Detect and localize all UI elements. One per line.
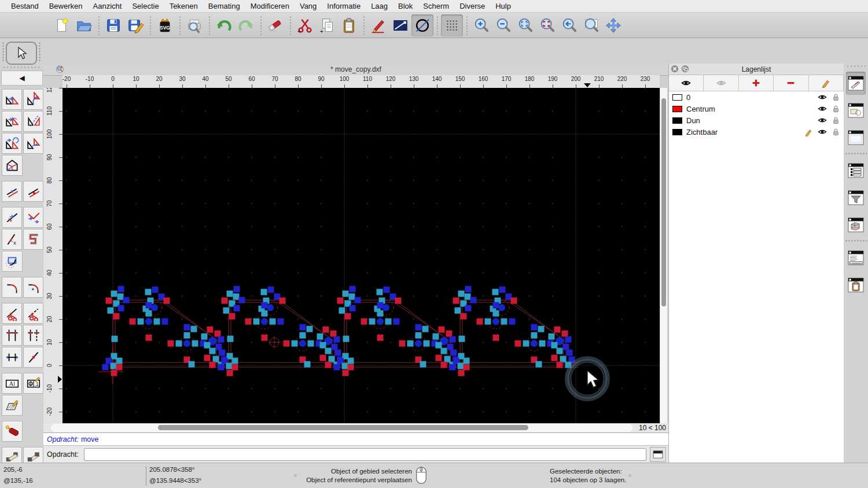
layer-row-dun[interactable]: Dun [669,114,844,126]
horizontal-scrollbar[interactable] [51,424,632,432]
svg-export-button[interactable]: SVG [154,14,176,36]
hide-all-layers-button[interactable] [704,75,738,91]
new-file-button[interactable] [51,14,73,36]
open-file-button[interactable] [73,14,95,36]
save-button[interactable] [102,14,124,36]
stretch-tool-button[interactable] [2,207,22,228]
fillet-point-tool-button[interactable] [23,277,43,298]
command-widget-toggle-button[interactable] [650,447,666,462]
layer-visible-eye-icon[interactable] [818,116,827,125]
dimension-edit-tool-button[interactable]: .1 [23,373,43,394]
hatch-edit-tool-button[interactable] [2,395,23,416]
menu-bemating[interactable]: Bemating [203,0,245,13]
explode-tool-button[interactable] [2,421,23,442]
move-copy-tool-button[interactable] [2,89,22,110]
menu-vang[interactable]: Vang [295,0,322,13]
rotate-tool-button[interactable] [23,89,43,110]
vertical-scrollbar-thumb[interactable] [661,98,666,306]
redo-button[interactable] [235,14,257,36]
layer-lock-icon[interactable] [832,128,840,136]
zoom-window-button[interactable] [580,14,602,36]
text-edit-tool-button[interactable]: Al [2,373,22,394]
detach-panel-icon[interactable] [681,65,689,73]
cut-button[interactable]: + [294,14,316,36]
save-as-button[interactable] [124,14,146,36]
cut-two-tool-button[interactable] [23,303,43,324]
revert-direction-tool-button[interactable] [23,133,43,154]
offset-point-tool-button[interactable] [23,181,43,202]
paste-button[interactable] [338,14,360,36]
cut-entity-tool-button[interactable] [2,303,22,324]
menu-blok[interactable]: Blok [393,0,418,13]
drawing-preferences-button[interactable] [389,14,411,36]
divide-tool-button[interactable] [23,347,43,368]
print-preview-button[interactable] [183,14,205,36]
trim-two-tool-button[interactable] [2,325,22,346]
layer-lock-icon[interactable] [832,93,840,102]
menu-modificeren[interactable]: Modificeren [245,0,295,13]
library-browser-widget-button[interactable] [846,99,866,122]
palette-collapse-button[interactable]: ◀ [1,71,43,86]
draft-mode-button[interactable] [411,14,433,36]
property-editor-widget-button[interactable] [846,72,866,95]
layer-list-widget-button[interactable] [846,159,866,182]
command-line-widget-button[interactable]: > command [846,246,866,269]
block-list-widget-button[interactable]: BLOCK [846,213,866,236]
drawing-canvas[interactable] [62,88,660,423]
pencil-draw-button[interactable] [367,14,389,36]
copy-button[interactable]: + [316,14,338,36]
undo-button[interactable] [213,14,235,36]
mirror-tool-button[interactable] [23,111,43,132]
erase-button[interactable] [264,14,286,36]
menu-tekenen[interactable]: Tekenen [164,0,203,13]
clip-box-tool-button[interactable] [2,251,23,272]
horizontal-scrollbar-thumb[interactable] [158,425,528,430]
projection-tool-button[interactable] [2,155,23,176]
vertical-scrollbar[interactable] [660,88,667,423]
zoom-auto-button[interactable] [514,14,536,36]
selection-filter-widget-button[interactable] [846,186,866,209]
zoom-previous-button[interactable] [558,14,580,36]
menu-laag[interactable]: Laag [366,0,393,13]
move-rotate-tool-button[interactable] [2,111,22,132]
remove-layer-button[interactable] [774,75,808,91]
menu-informatie[interactable]: Informatie [322,0,366,13]
add-layer-button[interactable] [739,75,774,91]
bevel-tool-button[interactable] [23,207,43,228]
zoom-in-button[interactable] [470,14,492,36]
clipboard-widget-button[interactable] [846,273,866,297]
command-input[interactable] [84,448,646,461]
delete-segment-tool-button[interactable]: x [2,229,22,250]
pointer-tool-button[interactable] [6,42,37,65]
zoom-out-button[interactable] [492,14,514,36]
fillet-tool-button[interactable] [2,277,22,298]
layer-lock-icon[interactable] [832,105,840,113]
menu-selectie[interactable]: Selectie [127,0,164,13]
zoom-selection-button[interactable] [536,14,558,36]
layer-lock-icon[interactable] [832,116,840,125]
close-panel-icon[interactable] [671,65,679,73]
menu-bewerken[interactable]: Bewerken [44,0,88,13]
offset-tool-button[interactable] [2,181,22,202]
menu-diverse[interactable]: Diverse [454,0,490,13]
trim-dashed-tool-button[interactable] [23,325,43,346]
layer-visible-eye-icon[interactable] [818,127,827,136]
layer-visible-eye-icon[interactable] [818,104,827,113]
menu-scherm[interactable]: Scherm [418,0,454,13]
menu-aanzicht[interactable]: Aanzicht [88,0,127,13]
menu-hulp[interactable]: Hulp [490,0,516,13]
pan-button[interactable] [602,14,624,36]
grid-toggle-button[interactable] [441,14,463,36]
menu-bestand[interactable]: Bestand [6,0,44,13]
layer-row-centrum[interactable]: Centrum [669,103,844,114]
layer-row-0[interactable]: 0 [669,91,844,103]
document-titlebar[interactable]: * move_copy.dxf [43,64,668,76]
edit-layer-button[interactable] [809,75,844,91]
layer-row-zichtbaar[interactable]: Zichtbaar [669,126,844,138]
blank-widget-button[interactable] [846,126,866,149]
rotate-two-tool-button[interactable] [2,133,22,154]
layer-visible-eye-icon[interactable] [818,93,827,102]
show-all-layers-button[interactable] [669,75,704,91]
lengthen-tool-button[interactable] [2,347,22,368]
polyline-edit-tool-button[interactable] [23,229,43,250]
